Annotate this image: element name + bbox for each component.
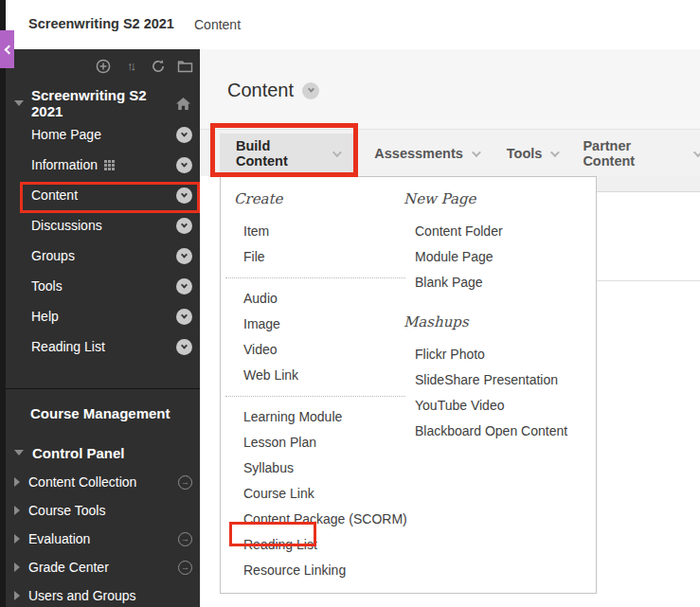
caret-right-icon xyxy=(14,534,20,544)
chevron-down-icon[interactable] xyxy=(176,278,192,295)
chevron-down-icon[interactable] xyxy=(176,309,192,325)
course-management-header: Course Management xyxy=(30,405,171,421)
menu-item-audio[interactable]: Audio xyxy=(221,286,404,312)
sidebar-item-label: Content xyxy=(31,187,78,203)
blackboard-content-page: Screenwriting S2 2021 Content ↑↓ Screenw… xyxy=(0,0,700,607)
arrow-right-icon[interactable] xyxy=(178,475,192,490)
menu-divider xyxy=(225,396,405,397)
arrow-right-icon[interactable] xyxy=(178,561,192,575)
sidebar-item-label: Groups xyxy=(31,248,75,263)
caret-down-icon xyxy=(14,100,24,106)
new-page-heading: New Page xyxy=(404,190,593,211)
partner-content-button[interactable]: Partner Content xyxy=(583,134,700,173)
menu-item-learning-module[interactable]: Learning Module xyxy=(221,404,404,430)
arrow-right-icon[interactable] xyxy=(178,532,192,546)
folder-icon[interactable] xyxy=(177,58,193,74)
collapse-sidebar-tab[interactable] xyxy=(0,30,14,68)
menu-item-youtube-video[interactable]: YouTube Video xyxy=(404,393,593,419)
course-sidebar: ↑↓ Screenwriting S2 2021 Home Page Info xyxy=(6,49,200,607)
build-menu-right-column: New Page Content Folder Module Page Blan… xyxy=(404,190,593,444)
assessments-label: Assessments xyxy=(374,146,463,161)
sidebar-course-title-row[interactable]: Screenwriting S2 2021 xyxy=(6,91,200,116)
sidebar-item-content-collection[interactable]: Content Collection xyxy=(6,468,200,496)
sidebar-item-tools[interactable]: Tools xyxy=(6,271,200,301)
menu-item-content-package-scorm[interactable]: Content Package (SCORM) xyxy=(221,507,404,532)
sidebar-item-label: Home Page xyxy=(31,127,101,142)
home-icon[interactable] xyxy=(175,97,191,111)
menu-item-slideshare-presentation[interactable]: SlideShare Presentation xyxy=(404,367,593,393)
chevron-down-icon[interactable] xyxy=(176,157,192,173)
chevron-down-icon[interactable] xyxy=(176,339,192,355)
caret-right-icon xyxy=(14,477,20,487)
menu-item-item[interactable]: Item xyxy=(221,219,404,244)
build-content-label: Build Content xyxy=(236,138,324,169)
main-content: Content Build Content Assessments Tools … xyxy=(200,49,700,607)
menu-item-blackboard-open-content[interactable]: Blackboard Open Content xyxy=(404,419,593,444)
menu-item-reading-list[interactable]: Reading List xyxy=(221,532,404,558)
topbar-course-title: Screenwriting S2 2021 xyxy=(28,16,174,31)
sidebar-item-discussions[interactable]: Discussions xyxy=(6,210,200,241)
menu-item-video[interactable]: Video xyxy=(221,337,404,363)
sidebar-item-home-page[interactable]: Home Page xyxy=(6,119,200,150)
mgmt-item-label: Content Collection xyxy=(28,474,178,490)
sidebar-item-help[interactable]: Help xyxy=(6,301,200,331)
menu-item-flickr-photo[interactable]: Flickr Photo xyxy=(404,342,593,367)
content-list-header-strip xyxy=(597,176,700,192)
menu-item-syllabus[interactable]: Syllabus xyxy=(221,455,404,481)
content-row-divider xyxy=(597,280,700,281)
tools-button[interactable]: Tools xyxy=(507,134,558,173)
chevron-down-icon[interactable] xyxy=(176,218,192,234)
partner-content-label: Partner Content xyxy=(583,138,685,169)
chevron-down-icon[interactable] xyxy=(176,127,192,143)
build-content-menu: Create Item File Audio Image Video Web L… xyxy=(220,176,597,594)
sidebar-item-label: Help xyxy=(31,309,59,324)
assessments-button[interactable]: Assessments xyxy=(374,134,478,173)
menu-item-resource-linking[interactable]: Resource Linking xyxy=(221,558,404,583)
mgmt-item-label: Course Tools xyxy=(28,503,192,518)
sidebar-item-information[interactable]: Information xyxy=(6,150,200,180)
chevron-down-icon[interactable] xyxy=(176,248,192,264)
topbar-page-name: Content xyxy=(194,17,241,32)
tools-label: Tools xyxy=(507,146,543,161)
reorder-icon[interactable]: ↑↓ xyxy=(122,58,138,74)
sidebar-course-title: Screenwriting S2 2021 xyxy=(31,87,175,119)
sidebar-item-reading-list[interactable]: Reading List xyxy=(6,331,200,362)
chevron-down-icon xyxy=(693,148,700,157)
sidebar-item-groups[interactable]: Groups xyxy=(6,241,200,271)
menu-item-image[interactable]: Image xyxy=(221,312,404,337)
menu-item-file[interactable]: File xyxy=(221,244,404,270)
sidebar-divider xyxy=(6,388,200,389)
menu-item-module-page[interactable]: Module Page xyxy=(404,244,593,270)
menu-item-content-folder[interactable]: Content Folder xyxy=(404,219,593,244)
action-bar: Build Content Assessments Tools Partner … xyxy=(200,129,700,176)
chevron-down-icon xyxy=(332,148,342,157)
build-menu-left-column: Create Item File Audio Image Video Web L… xyxy=(221,190,404,583)
refresh-icon[interactable] xyxy=(150,58,166,74)
sidebar-item-grade-center[interactable]: Grade Center xyxy=(6,553,200,581)
sidebar-toolbar: ↑↓ xyxy=(95,58,193,74)
add-icon[interactable] xyxy=(95,58,111,74)
page-title-row: Content xyxy=(227,80,319,101)
chevron-down-icon[interactable] xyxy=(302,82,319,99)
build-content-button[interactable]: Build Content xyxy=(220,134,355,173)
sidebar-item-control-panel[interactable]: Control Panel xyxy=(6,441,200,464)
sidebar-item-content[interactable]: Content xyxy=(6,180,200,210)
chevron-left-icon xyxy=(4,45,13,54)
sidebar-item-users-and-groups[interactable]: Users and Groups xyxy=(6,581,200,607)
sidebar-item-label: Information xyxy=(31,157,98,172)
menu-item-lesson-plan[interactable]: Lesson Plan xyxy=(221,430,404,455)
menu-item-course-link[interactable]: Course Link xyxy=(221,481,404,507)
mgmt-item-label: Users and Groups xyxy=(28,588,192,603)
mgmt-item-label: Grade Center xyxy=(28,560,178,575)
caret-right-icon xyxy=(14,591,20,600)
menu-item-web-link[interactable]: Web Link xyxy=(221,363,404,388)
menu-item-blank-page[interactable]: Blank Page xyxy=(404,270,593,295)
menu-divider xyxy=(225,277,405,278)
mashups-heading: Mashups xyxy=(404,313,593,334)
top-bar: Screenwriting S2 2021 Content xyxy=(6,0,700,49)
sidebar-item-evaluation[interactable]: Evaluation xyxy=(6,525,200,553)
chevron-down-icon[interactable] xyxy=(176,187,192,204)
sidebar-item-course-tools[interactable]: Course Tools xyxy=(6,496,200,525)
caret-right-icon xyxy=(14,506,20,515)
page-title: Content xyxy=(227,80,294,101)
